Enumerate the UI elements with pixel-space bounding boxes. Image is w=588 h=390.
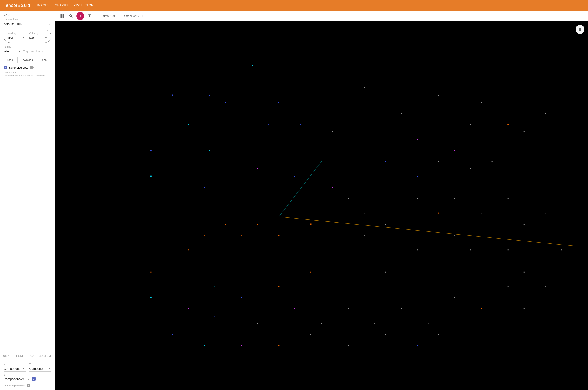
z-checkbox[interactable] xyxy=(32,377,36,381)
viz-canvas[interactable] xyxy=(55,21,588,390)
color-by-group: Color by label xyxy=(29,32,48,41)
svg-rect-86 xyxy=(348,345,349,346)
svg-rect-13 xyxy=(364,87,365,88)
svg-rect-89 xyxy=(438,334,439,335)
pca-note-row: PCA is approximate. ? xyxy=(3,384,51,387)
sidebar: DATA 1 tensor found default:00002 Label … xyxy=(0,11,55,390)
svg-rect-67 xyxy=(215,316,215,317)
zoom-icon-btn[interactable] xyxy=(68,12,75,20)
svg-rect-22 xyxy=(545,113,546,114)
svg-rect-53 xyxy=(215,286,215,287)
svg-rect-51 xyxy=(151,272,151,273)
z-select-wrapper: Component #3 xyxy=(3,377,30,382)
x-select[interactable]: Component #1 xyxy=(3,366,26,372)
checkpoint-label: Checkpoint: xyxy=(3,71,16,74)
svg-rect-8 xyxy=(151,150,152,151)
nav-images[interactable]: IMAGES xyxy=(37,3,50,8)
checkpoint-row: Checkpoint: xyxy=(3,71,51,74)
svg-rect-80 xyxy=(561,249,562,250)
svg-rect-57 xyxy=(348,260,349,261)
z-axis-group: Z Component #3 xyxy=(3,373,30,382)
svg-rect-75 xyxy=(454,297,455,298)
tab-pca[interactable]: PCA xyxy=(26,352,37,360)
svg-rect-76 xyxy=(481,308,482,309)
svg-rect-38 xyxy=(454,198,455,199)
tensor-select[interactable]: default:00002 xyxy=(3,21,51,27)
svg-rect-40 xyxy=(508,198,509,199)
svg-rect-15 xyxy=(438,95,439,96)
svg-rect-26 xyxy=(417,176,418,177)
dimension-separator: | xyxy=(118,14,119,18)
bottom-tabs: UMAP T-SNE PCA CUSTOM X Component #1 xyxy=(0,352,55,390)
pca-settings: X Component #1 Y Component #2 xyxy=(0,360,55,390)
svg-rect-36 xyxy=(417,198,418,199)
svg-rect-50 xyxy=(172,260,173,261)
svg-line-0 xyxy=(279,161,321,217)
svg-rect-45 xyxy=(257,224,258,225)
edit-by-select-wrapper: label xyxy=(3,49,21,54)
home-button[interactable] xyxy=(576,25,585,34)
color-by-select[interactable]: label xyxy=(29,35,48,41)
x-axis-label: X xyxy=(3,363,26,366)
svg-rect-19 xyxy=(481,102,482,103)
top-nav: TensorBoard IMAGES GRAPHS PROJECTOR xyxy=(0,0,588,11)
nav-links: IMAGES GRAPHS PROJECTOR xyxy=(37,3,93,8)
viz-toolbar: Points: 100 | Dimension: 784 xyxy=(55,11,588,21)
viz-area: Points: 100 | Dimension: 784 xyxy=(55,11,588,390)
svg-rect-58 xyxy=(385,272,386,273)
svg-rect-47 xyxy=(225,224,226,225)
xy-axis-row: X Component #1 Y Component #2 xyxy=(3,363,51,372)
text-icon-btn[interactable] xyxy=(86,12,93,20)
svg-rect-81 xyxy=(172,334,173,335)
play-icon xyxy=(78,14,82,18)
svg-rect-59 xyxy=(417,249,418,250)
nav-projector[interactable]: PROJECTOR xyxy=(74,3,93,8)
svg-rect-16 xyxy=(470,124,471,125)
svg-rect-7 xyxy=(268,124,269,125)
text-icon xyxy=(87,14,92,18)
svg-rect-54 xyxy=(241,297,242,298)
svg-rect-14 xyxy=(401,113,402,114)
svg-rect-52 xyxy=(364,235,365,236)
label-by-select[interactable]: label xyxy=(7,35,26,41)
svg-line-1 xyxy=(279,217,577,246)
edit-tag-section: Edit by label xyxy=(3,46,51,54)
label-color-oval: Label by label Color by label xyxy=(3,30,51,43)
vertical-line xyxy=(321,21,322,390)
sphereize-checkbox[interactable] xyxy=(3,66,7,69)
tab-custom[interactable]: CUSTOM xyxy=(37,352,53,360)
svg-rect-24 xyxy=(470,168,471,169)
play-button[interactable] xyxy=(76,12,84,20)
svg-rect-18 xyxy=(454,150,455,151)
data-section-title: DATA xyxy=(3,13,51,16)
sphereize-help-icon[interactable]: ? xyxy=(30,66,34,69)
svg-rect-83 xyxy=(241,345,242,346)
y-axis-group: Y Component #2 xyxy=(29,363,51,372)
y-select-wrapper: Component #2 xyxy=(29,366,51,372)
grid-icon-btn[interactable] xyxy=(59,12,66,20)
svg-rect-35 xyxy=(385,224,386,225)
svg-rect-28 xyxy=(151,176,152,177)
pca-help-icon[interactable]: ? xyxy=(27,384,30,387)
svg-rect-49 xyxy=(188,249,189,250)
svg-rect-85 xyxy=(311,334,311,335)
tag-input[interactable] xyxy=(23,49,51,54)
toolbar-separator xyxy=(96,13,96,19)
z-axis-label: Z xyxy=(3,373,30,376)
label-button[interactable]: Label xyxy=(37,57,51,63)
y-axis-label: Y xyxy=(29,363,51,366)
download-button[interactable]: Download xyxy=(17,57,36,63)
edit-by-select[interactable]: label xyxy=(3,49,21,54)
z-axis-row: Z Component #3 xyxy=(3,373,51,382)
svg-rect-66 xyxy=(188,308,189,309)
z-select[interactable]: Component #3 xyxy=(3,377,30,382)
edit-by-group: Edit by label xyxy=(3,46,21,54)
load-button[interactable]: Load xyxy=(3,57,16,63)
nav-graphs[interactable]: GRAPHS xyxy=(55,3,68,8)
x-axis-group: X Component #1 xyxy=(3,363,26,372)
svg-rect-69 xyxy=(294,308,295,309)
tab-umap[interactable]: UMAP xyxy=(1,352,13,360)
edit-by-label: Edit by xyxy=(3,46,21,48)
tab-tsne[interactable]: T-SNE xyxy=(13,352,26,360)
y-select[interactable]: Component #2 xyxy=(29,366,51,372)
